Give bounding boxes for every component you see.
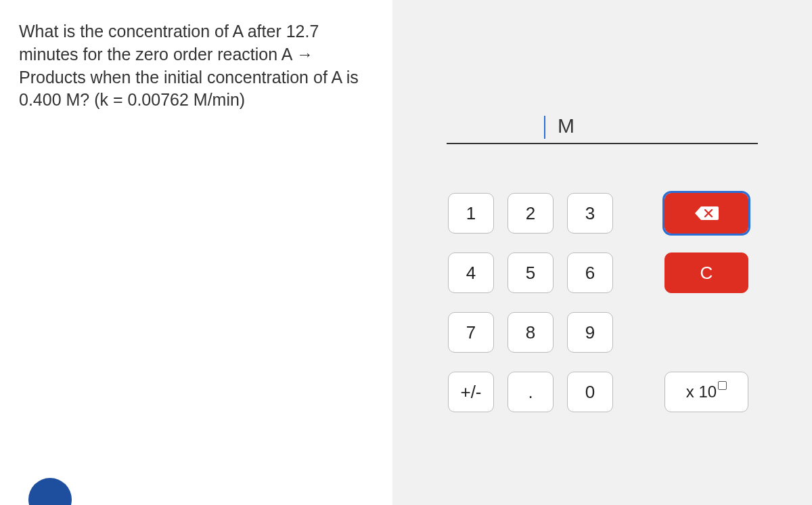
spacer [627, 372, 651, 412]
question-panel: What is the concentration of A after 12.… [0, 0, 392, 505]
text-cursor [544, 116, 545, 139]
key-3[interactable]: 3 [567, 193, 613, 234]
keypad: 1 2 3 4 5 6 C 7 8 9 [411, 193, 793, 412]
answer-input-wrap[interactable]: M [447, 112, 758, 144]
question-text: What is the concentration of A after 12.… [19, 20, 374, 112]
key-7[interactable]: 7 [448, 312, 494, 353]
spacer [627, 252, 651, 293]
clear-button[interactable]: C [664, 252, 748, 293]
backspace-button[interactable] [664, 193, 748, 234]
key-1[interactable]: 1 [448, 193, 494, 234]
exponent-box-icon [718, 381, 727, 390]
key-8[interactable]: 8 [508, 312, 554, 353]
answer-panel: M 1 2 3 4 5 6 C 7 [392, 0, 812, 505]
answer-row: M [411, 112, 793, 144]
key-dot[interactable]: . [508, 372, 554, 412]
key-2[interactable]: 2 [508, 193, 554, 234]
spacer [627, 193, 651, 234]
key-9[interactable]: 9 [567, 312, 613, 353]
key-4[interactable]: 4 [448, 252, 494, 293]
sci-label: x 10 [686, 382, 717, 401]
answer-unit: M [558, 114, 574, 137]
key-scientific[interactable]: x 10 [664, 372, 748, 412]
spacer [627, 312, 651, 353]
key-0[interactable]: 0 [567, 372, 613, 412]
backspace-icon [694, 205, 719, 221]
key-sign[interactable]: +/- [448, 372, 494, 412]
key-5[interactable]: 5 [508, 252, 554, 293]
main-container: What is the concentration of A after 12.… [0, 0, 812, 505]
key-6[interactable]: 6 [567, 252, 613, 293]
spacer [664, 312, 748, 353]
